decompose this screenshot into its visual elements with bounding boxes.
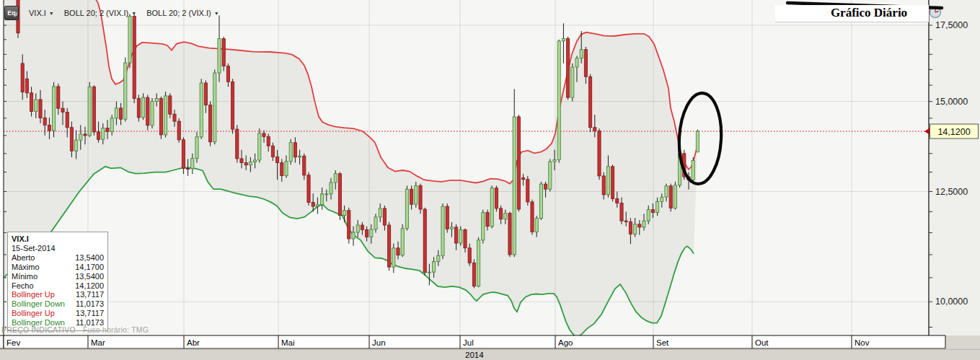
tooltip-row: Bollinger Down11,0173 [12,299,104,309]
svg-text:14,1200: 14,1200 [937,127,970,137]
indicative-price-notice: PREÇO INDICATIVOFuso horário: TMG [1,325,149,334]
y-axis-label: 17,5000 [935,20,968,30]
instrument-label: VIX.I [29,9,46,17]
month-label: Set [656,338,669,347]
tooltip-row: Bollinger Up13,7117 [12,309,104,318]
tooltip-row: Fecho14,1200 [12,281,104,291]
tooltip-row: Máximo14,1700 [12,263,104,272]
month-label: Out [755,338,769,347]
tooltip-row: Mínimo13,5400 [12,272,104,281]
chevron-down-icon: ▼ [49,11,54,16]
tooltip-rows: Aberto13,5400Máximo14,1700Mínimo13,5400F… [12,253,104,328]
y-axis-label: 10,0000 [935,297,968,307]
indicator2-label: BOLL 20; 2 (VIX.I) [146,9,211,17]
month-label: Mar [91,338,105,347]
chart-toolbar: Eq i VIX.I ▼ BOLL 20; 2 (VIX.I) ▼ BOLL 2… [4,6,219,20]
equity-icon[interactable]: Eq i [4,6,19,20]
year-label: 2014 [465,351,484,359]
timezone-label: Fuso horário: TMG [83,325,149,334]
month-label: Ago [558,338,573,347]
chart-window: 17,500015,000012,500010,0000FevMarAbrMai… [0,0,980,360]
month-label: Jun [372,338,386,347]
month-axis [4,335,945,348]
tooltip-row: Bollinger Up13,7117 [12,290,104,299]
page-title: Gráfico Diário [815,6,923,20]
month-label: Fev [6,338,20,347]
last-price-tag: 14,1200 [930,124,979,139]
month-label: Abr [187,338,200,347]
month-label: Jul [463,338,474,347]
indicator1-label: BOLL 20; 2 (VIX.I) [64,9,128,17]
month-label: Nov [855,338,870,347]
y-axis-label: 15,0000 [935,97,968,107]
chart-canvas: 17,500015,000012,500010,0000FevMarAbrMai… [0,0,980,360]
chevron-down-icon: ▼ [214,11,219,16]
indicator1-dropdown[interactable]: BOLL 20; 2 (VIX.I) ▼ [64,9,136,17]
month-label: Mai [281,338,295,347]
tooltip-instrument: VIX.I [12,234,104,244]
year-strip [0,349,980,360]
chevron-down-icon: ▼ [131,11,136,16]
y-axis-label: 12,5000 [935,187,968,197]
tooltip-row: Aberto13,5400 [12,253,104,263]
quote-tooltip: VIX.I 15-Set-2014 Aberto13,5400Máximo14,… [7,232,108,331]
indicator2-dropdown[interactable]: BOLL 20; 2 (VIX.I) ▼ [146,9,218,17]
instrument-dropdown[interactable]: VIX.I ▼ [29,9,54,17]
tooltip-date: 15-Set-2014 [12,244,104,253]
